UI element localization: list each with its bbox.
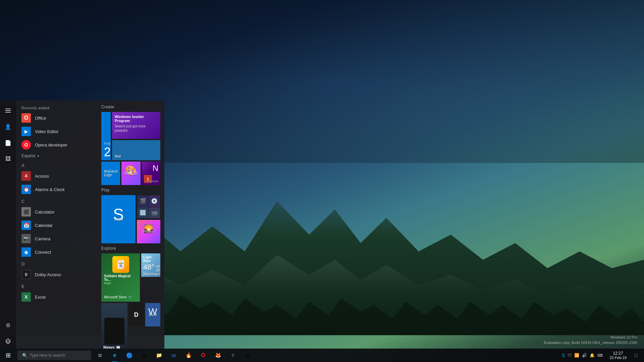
- tile-weather[interactable]: Light Rain 48° 49° 39° Washington,...: [141, 253, 160, 277]
- tile-paint3d[interactable]: 🎨 Paint 3D: [121, 162, 140, 185]
- tile-edge[interactable]: ℯ Microsoft Edge: [101, 162, 120, 185]
- taskbar: ⊞ 🔍 Type here to search ⧉ e 🔵 🛍 📁 W 🔥: [0, 349, 644, 362]
- taskbar-edge-button[interactable]: e: [107, 349, 122, 362]
- power-button[interactable]: ⏻: [0, 334, 16, 349]
- calculator-label: Calculator: [35, 209, 55, 215]
- app-item-connect[interactable]: ◉ Connect: [16, 245, 97, 259]
- solitaire-icon: 🃏: [112, 256, 129, 273]
- taskbar-settings-button[interactable]: ⚙: [240, 349, 255, 362]
- alpha-e-label: E: [16, 281, 97, 290]
- tile-mail[interactable]: Mail: [112, 140, 160, 160]
- start-button[interactable]: ⊞: [0, 349, 16, 362]
- alpha-a-label: A: [16, 160, 97, 169]
- user-profile-button[interactable]: 👤: [0, 119, 16, 134]
- bottom-row: News 📰 D W Word: [101, 303, 160, 349]
- news-image: News 📰: [101, 303, 127, 349]
- tile-insider[interactable]: Windows Insider Program Search just got …: [112, 112, 160, 139]
- network-tray-icon[interactable]: 📶: [574, 353, 579, 358]
- dolby-tile-icon: D: [134, 311, 139, 318]
- video-editor-icon: ▶: [21, 127, 31, 136]
- taskbar-store-button[interactable]: 🛍: [137, 349, 152, 362]
- taskbar-right: S 🛡 📶 🔊 🔔 ⌨ 12:27 22-Feb-19 □: [559, 349, 644, 362]
- app-item-dolby[interactable]: D Dolby Access: [16, 268, 97, 281]
- app-item-excel[interactable]: X Excel: [16, 290, 97, 304]
- action-center-button[interactable]: □: [631, 349, 641, 362]
- calendar-label: Calendar: [35, 223, 53, 228]
- volume-tray-icon[interactable]: 🔊: [582, 353, 587, 358]
- documents-button[interactable]: 📄: [0, 135, 16, 150]
- taskbar-chrome-button[interactable]: 🔵: [122, 349, 137, 362]
- solitaire-free: Free*: [104, 282, 137, 285]
- office-icon: O: [21, 113, 31, 123]
- security-tray-icon[interactable]: 🛡: [568, 353, 572, 358]
- keyboard-tray-icon[interactable]: ⌨: [597, 353, 603, 358]
- tile-word[interactable]: W Word: [145, 303, 160, 326]
- opera-icon: O: [21, 140, 31, 149]
- taskbar-unknown-icon: ?: [231, 353, 234, 358]
- search-bar[interactable]: 🔍 Type here to search: [17, 351, 91, 360]
- weather-temps: 48° 49° 39°: [143, 263, 158, 272]
- insider-title: Windows Insider Program: [115, 115, 158, 123]
- tile-onenote[interactable]: N 1 OneNote: [142, 162, 160, 185]
- tile-solitaire[interactable]: 🃏 Solitaire Magical To... Free* Microsof…: [101, 253, 140, 302]
- play-row: S Skype 🎬 💿 🔢 📹: [101, 195, 160, 243]
- access-label: Access: [35, 174, 49, 179]
- tile-skype[interactable]: S Skype: [101, 195, 136, 243]
- weather-lo: 39°: [156, 268, 160, 272]
- insider-mail-group: Windows Insider Program Search just got …: [112, 112, 160, 160]
- action-center-icon: □: [635, 353, 637, 358]
- taskbar-word-button[interactable]: W: [166, 349, 181, 362]
- tile-dolby[interactable]: D: [129, 303, 144, 326]
- app-item-calendar[interactable]: 📅 Calendar: [16, 219, 97, 232]
- explore-section-label: Explore: [101, 246, 160, 251]
- notification-tray-icon[interactable]: 🔔: [590, 353, 595, 358]
- windows-logo-icon: ⊞: [6, 352, 11, 359]
- app-item-access[interactable]: A Access: [16, 169, 97, 183]
- disc-icon: 💿: [151, 198, 158, 204]
- taskbar-chrome-icon: 🔵: [126, 352, 133, 359]
- system-clock[interactable]: 12:27 22-Feb-19: [605, 349, 631, 362]
- taskbar-firefox-button[interactable]: 🦊: [211, 349, 225, 362]
- app-item-opera[interactable]: O Opera developer: [16, 138, 97, 152]
- hamburger-icon: [5, 109, 11, 113]
- skype-tray-icon[interactable]: S: [562, 353, 565, 358]
- calc-small-icon: 🔢: [140, 209, 146, 216]
- app-item-office[interactable]: O Office: [16, 111, 97, 125]
- dolby-label: Dolby Access: [35, 272, 61, 277]
- app-item-video-editor[interactable]: ▶ Video Editor: [16, 125, 97, 138]
- apps-row1: ℯ Microsoft Edge 🎨 Paint 3D N 1 OneNote: [101, 162, 160, 185]
- hamburger-button[interactable]: [0, 103, 16, 118]
- cam-small-icon: 📹: [151, 209, 158, 216]
- insider-subtitle: Search just got more powerful: [115, 124, 158, 133]
- weather-temp: 48°: [143, 263, 154, 271]
- taskbar-nightly-button[interactable]: 🔥: [181, 349, 196, 362]
- expand-button[interactable]: Expand ▾: [16, 152, 97, 160]
- create-section-label: Create: [101, 105, 160, 109]
- documents-icon: 📄: [5, 140, 11, 146]
- taskbar-unknown-button[interactable]: ?: [225, 349, 240, 362]
- app-item-alarms[interactable]: ⏰ Alarms & Clock: [16, 183, 97, 196]
- app-list: Recently added O Office ▶ Video Editor O…: [16, 101, 97, 349]
- tile-media-grid[interactable]: 🎬 💿 🔢 📹: [137, 195, 160, 219]
- word-label: Word: [149, 313, 157, 317]
- news-label-text: News: [103, 345, 115, 349]
- taskbar-left: ⊞ 🔍 Type here to search ⧉ e 🔵 🛍 📁 W 🔥: [0, 349, 255, 362]
- pictures-button[interactable]: 🖼: [0, 152, 16, 166]
- taskbar-opera-button[interactable]: O: [196, 349, 211, 362]
- search-placeholder: Type here to search: [30, 353, 65, 358]
- app-item-camera[interactable]: 📷 Camera: [16, 232, 97, 245]
- tile-news[interactable]: News 📰: [101, 303, 127, 349]
- create-row: Friday 22 Windows Insider Program Search…: [101, 112, 160, 160]
- excel-label: Excel: [35, 295, 46, 300]
- task-view-button[interactable]: ⧉: [93, 349, 107, 362]
- photos-label: Photos: [143, 230, 154, 234]
- settings-button[interactable]: ⚙: [0, 318, 16, 333]
- app-item-calculator[interactable]: ⬛ Calculator: [16, 205, 97, 219]
- film-icon: 🎬: [140, 198, 146, 204]
- dolby-app-icon: D: [21, 270, 31, 279]
- taskbar-explorer-button[interactable]: 📁: [152, 349, 166, 362]
- tile-photos[interactable]: 🌄 Photos: [137, 220, 160, 243]
- taskbar-settings-icon: ⚙: [246, 352, 250, 358]
- tile-calendar[interactable]: Friday 22: [101, 112, 111, 160]
- weather-hi: 49°: [156, 265, 160, 268]
